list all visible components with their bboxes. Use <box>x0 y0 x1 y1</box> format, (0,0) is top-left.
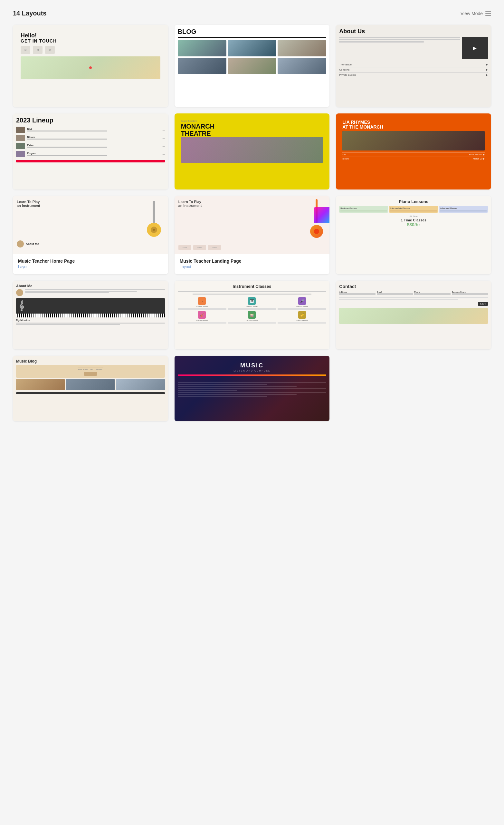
preview-classes-grid: ♪ Piano Classes 🎹 Guitar Classes 🎤 Voice… <box>178 297 327 323</box>
intermediate-box: Intermediate Classes <box>389 206 438 213</box>
card-music-teacher-blog[interactable]: Music Blog The Best I've Traveled Music … <box>13 356 168 421</box>
contact-map-preview <box>339 308 488 324</box>
preview-blog-title: BLOG <box>178 28 327 38</box>
class-item-3: 🎤 Voice Classes <box>278 297 326 310</box>
blog-img-5 <box>228 58 276 74</box>
preview-monarch-img <box>181 137 323 163</box>
card-preview: Learn To Play an Instrument About Me <box>13 196 168 254</box>
card-music-venue-events[interactable]: 2023 Lineup Divi — Bloom — <box>13 114 168 190</box>
view-mode-toggle[interactable]: View Mode <box>460 11 491 16</box>
event-row-2: Bloom — <box>16 135 165 141</box>
text-line <box>339 37 460 38</box>
blog-bottom-bar <box>16 392 165 394</box>
contact-email: Email <box>377 291 413 295</box>
card-preview: About Us The Venue ▶ Concerts ▶ <box>336 25 491 107</box>
contact-address: Address <box>339 291 375 295</box>
card-title: Music Teacher Landing Page <box>180 258 325 264</box>
class-icon-guitar: ♪ <box>198 297 206 305</box>
event-lines: Divi <box>27 128 161 132</box>
preview-classes-title: Instrument Classes <box>178 284 327 289</box>
svg-point-6 <box>153 229 155 231</box>
card-music-teacher-landing[interactable]: Learn To Play an Instrument <box>175 196 330 274</box>
events-accent-bar <box>16 160 165 162</box>
piano-keys-preview <box>314 207 329 223</box>
preview-get-in: GET IN TOUCH <box>21 39 160 44</box>
card-music-venue-home[interactable]: Grand Tickets © MONARCH THEATRE Music Ve… <box>175 114 330 190</box>
about-row-venue: The Venue ▶ <box>339 62 488 67</box>
teacher-avatar <box>16 289 23 296</box>
class-time-label: 1 Time Classes <box>339 218 488 222</box>
card-preview: Grand Tickets © MONARCH THEATRE <box>175 114 330 190</box>
teacher-text-lines <box>25 289 165 294</box>
card-music-teacher-about[interactable]: About Me 𝄞 My Mission Music Teacher Abou… <box>13 281 168 349</box>
class-item-2: 🎹 Guitar Classes <box>228 297 276 310</box>
blog-img-2 <box>228 40 276 56</box>
preview-monarch-title: MONARCH THEATRE <box>181 123 323 137</box>
map-preview <box>21 56 160 79</box>
email-icon: ✉ <box>33 46 43 54</box>
preview-class-title: Piano Lessons <box>339 199 488 204</box>
card-music-venue-blog[interactable]: BLOG Music Venue Blog Page Layout <box>175 25 330 107</box>
event-thumb <box>16 127 25 133</box>
event-lines: Extra <box>27 144 161 148</box>
guitar-preview <box>146 199 165 239</box>
card-preview: Learn To Play an Instrument <box>175 196 330 254</box>
event-row-1: Divi — <box>16 127 165 133</box>
card-subtitle: Layout <box>180 265 325 269</box>
blog-post-2 <box>66 379 115 390</box>
class-icon-drums: 🥁 <box>248 311 256 319</box>
card-preview: Piano Lessons Beginner Classes Intermedi… <box>336 196 491 274</box>
class-item-4: 🎻 Violin Classes <box>178 311 226 323</box>
class-icon-piano: 🎹 <box>248 297 256 305</box>
preview-about-content <box>339 37 488 59</box>
card-dj-music[interactable]: MUSIC LISTEN AND COMPOSE DJ Music Page L… <box>175 356 330 421</box>
card-preview: LIA RHYMES AT THE MONARCH Divi Full Cale… <box>336 114 491 190</box>
card-music-venue-contact[interactable]: Hello! GET IN TOUCH ☏ ✉ ⊙ Music Venue Co… <box>13 25 168 107</box>
preview-icons-row: ☏ ✉ ⊙ <box>21 46 160 54</box>
blog-img-6 <box>278 58 326 74</box>
preview-contact-info: Address Email Phone Opening Hours <box>339 291 488 295</box>
preview-about-title: About Me <box>16 284 165 288</box>
blog-post-1 <box>16 379 65 390</box>
blog-img-1 <box>178 40 226 56</box>
class-item-1: ♪ Piano Classes <box>178 297 226 310</box>
preview-events-title: 2023 Lineup <box>16 117 165 124</box>
piano-preview-img: 𝄞 <box>16 298 165 317</box>
about-me-preview: About Me <box>17 240 39 247</box>
card-info: Music Teacher Landing Page Layout <box>175 254 330 274</box>
card-music-teacher-class[interactable]: Piano Lessons Beginner Classes Intermedi… <box>336 196 491 274</box>
card-music-venue-about[interactable]: About Us The Venue ▶ Concerts ▶ <box>336 25 491 107</box>
about-rows: The Venue ▶ Concerts ▶ Private Events ▶ <box>339 62 488 77</box>
card-music-teacher-contact[interactable]: Contact Address Email Phone <box>336 281 491 349</box>
preview-class-boxes: Beginner Classes Intermediate Classes Ad… <box>339 206 488 213</box>
event-thumb <box>16 151 25 157</box>
preview-contact-title: Contact <box>339 284 488 289</box>
card-music-teacher-classes[interactable]: Instrument Classes ♪ Piano Classes 🎹 Gui… <box>175 281 330 349</box>
page-header: 14 Layouts View Mode <box>13 10 491 17</box>
svg-rect-2 <box>485 15 491 16</box>
card-music-venue-landing[interactable]: LIA RHYMES AT THE MONARCH Divi Full Cale… <box>336 114 491 190</box>
contact-hours: Opening Hours <box>452 291 488 295</box>
class-item-6: 🎺 Cello Classes <box>278 311 326 323</box>
layout-count: 14 Layouts <box>13 10 47 17</box>
preview-about-title: About Us <box>339 28 488 35</box>
view-mode-label: View Mode <box>460 11 483 16</box>
class-icon-trumpet: 🎺 <box>298 311 306 319</box>
preview-blog-featured: The Best I've Traveled <box>16 365 165 378</box>
class-icon-voice: 🎤 <box>298 297 306 305</box>
card-music-teacher-home[interactable]: Learn To Play an Instrument About Me Mus… <box>13 196 168 274</box>
class-icon-violin: 🎻 <box>198 311 206 319</box>
svg-point-9 <box>314 229 319 234</box>
preview-class-price: All Time 1 Time Classes $30/hr <box>339 215 488 227</box>
card-info: Music Teacher Home Page Layout <box>13 254 168 274</box>
card-preview: BLOG <box>175 25 330 107</box>
event-thumb <box>16 135 25 141</box>
card-preview: Instrument Classes ♪ Piano Classes 🎹 Gui… <box>175 281 330 349</box>
landing-icons-preview: Guitar Piano Special <box>178 245 221 250</box>
about-img-block <box>462 37 488 59</box>
advanced-box: Advanced Classes <box>439 206 488 213</box>
beginner-box: Beginner Classes <box>339 206 388 213</box>
svg-rect-0 <box>485 11 491 12</box>
preview-blog-grid <box>178 40 327 74</box>
text-line <box>339 41 424 43</box>
